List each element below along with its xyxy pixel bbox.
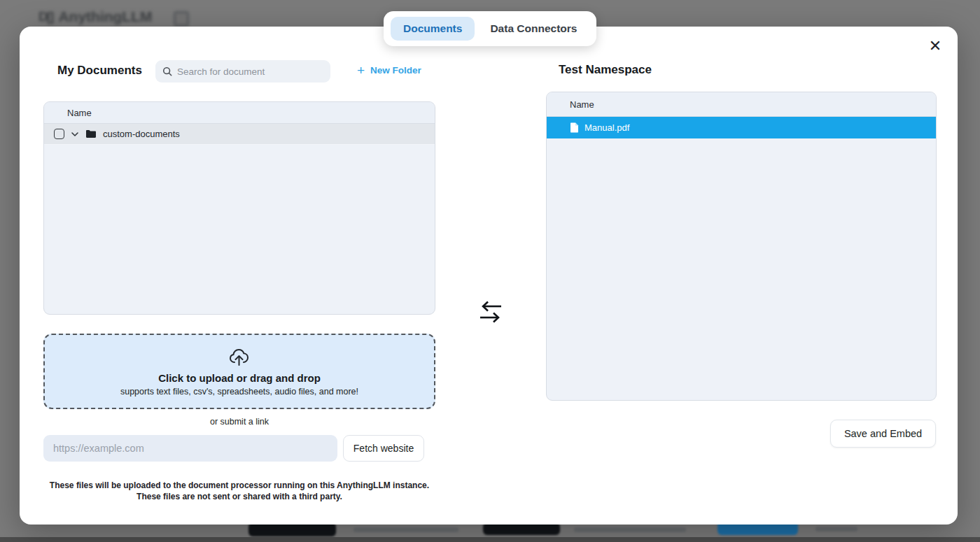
transfer-arrows-icon — [478, 298, 503, 329]
my-documents-table: Name custom-documents — [43, 101, 435, 315]
background-text-remnant — [816, 527, 858, 532]
tab-documents[interactable]: Documents — [391, 17, 475, 41]
or-submit-link-label: or submit a link — [43, 417, 435, 427]
folder-name-label: custom-documents — [103, 129, 180, 139]
cloud-upload-icon — [228, 347, 251, 368]
upload-disclaimer: These files will be uploaded to the docu… — [43, 480, 435, 502]
fetch-website-button[interactable]: Fetch website — [343, 435, 424, 462]
document-search — [155, 60, 330, 83]
table-header-name: Name — [44, 102, 435, 124]
new-folder-label: New Folder — [370, 65, 421, 76]
new-folder-button[interactable]: + New Folder — [357, 64, 421, 77]
background-text-remnant — [354, 527, 458, 532]
upload-title: Click to upload or drag and drop — [158, 372, 321, 384]
link-url-input[interactable] — [43, 435, 337, 462]
tab-data-connectors[interactable]: Data Connectors — [477, 17, 589, 41]
document-manager-modal: ✕ My Documents + New Folder Name custom-… — [20, 27, 958, 525]
my-documents-title: My Documents — [57, 64, 142, 78]
folder-row-custom-documents[interactable]: custom-documents — [44, 124, 435, 145]
background-text-remnant — [574, 527, 686, 532]
search-input[interactable] — [177, 66, 323, 77]
background-sidebar-toggle-icon — [174, 11, 189, 27]
anythingllm-logo-icon: D[] — [38, 9, 52, 24]
modal-tabbar: Documents Data Connectors — [384, 11, 596, 46]
workspace-title: Test Namespace — [559, 63, 652, 77]
file-name-label: Manual.pdf — [584, 122, 629, 133]
workspace-documents-table: Name Manual.pdf — [546, 92, 937, 401]
close-icon[interactable]: ✕ — [924, 35, 946, 57]
folder-icon — [85, 129, 97, 138]
background-button-shape — [248, 522, 336, 536]
disclaimer-line-2: These files are not sent or shared with … — [43, 491, 435, 502]
disclaimer-line-1: These files will be uploaded to the docu… — [43, 480, 435, 491]
background-app-logo: D[] AnythingLLM — [38, 8, 153, 25]
background-app-title: AnythingLLM — [58, 8, 152, 25]
save-and-embed-button[interactable]: Save and Embed — [830, 420, 936, 448]
upload-dropzone[interactable]: Click to upload or drag and drop support… — [43, 334, 435, 409]
plus-icon: + — [357, 64, 365, 77]
folder-checkbox[interactable] — [54, 129, 64, 139]
file-icon — [570, 122, 579, 133]
file-row-manual-pdf[interactable]: Manual.pdf — [547, 117, 936, 138]
background-bottom-strip — [0, 537, 980, 542]
upload-subtitle: supports text files, csv's, spreadsheets… — [120, 387, 358, 397]
search-icon — [162, 66, 172, 76]
chevron-down-icon[interactable] — [71, 130, 79, 138]
table-header-name: Name — [547, 92, 936, 117]
